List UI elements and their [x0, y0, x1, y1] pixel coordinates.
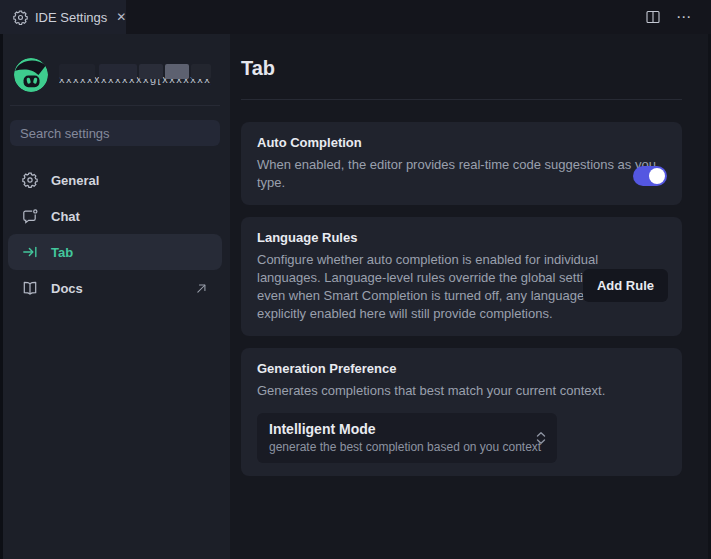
- select-value: Intelligent Mode: [269, 421, 527, 437]
- user-avatar: [14, 58, 48, 92]
- section-description: Generates completions that best match yo…: [257, 382, 666, 400]
- sidebar-item-label: Chat: [51, 209, 80, 224]
- language-rules-card: Language Rules Configure whether auto co…: [241, 217, 682, 336]
- close-tab-icon[interactable]: ✕: [116, 9, 126, 25]
- redaction-box: [99, 64, 137, 79]
- sidebar-item-label: Tab: [51, 245, 73, 260]
- section-description: Configure whether auto completion is ena…: [257, 251, 609, 323]
- chat-icon: [22, 208, 38, 224]
- redaction-box: [191, 64, 211, 79]
- split-editor-icon[interactable]: [645, 9, 661, 25]
- redaction-box: [165, 64, 189, 79]
- sidebar-item-tab[interactable]: Tab: [8, 234, 222, 270]
- external-link-icon: [195, 282, 208, 295]
- ide-settings-window: IDE Settings ✕ ⋯: [0, 0, 711, 559]
- section-title: Generation Preference: [257, 361, 666, 376]
- redaction-box: [59, 64, 95, 79]
- sidebar-item-chat[interactable]: Chat: [8, 198, 222, 234]
- add-rule-button[interactable]: Add Rule: [583, 269, 668, 302]
- user-account-row[interactable]: xxxxxxxxxxxxxg[xxxxxxx]: [0, 58, 230, 92]
- book-icon: [22, 280, 38, 296]
- settings-nav: General Chat: [0, 162, 230, 306]
- gear-icon: [13, 10, 28, 25]
- select-value-description: generate the best completion based on yo…: [269, 440, 527, 454]
- more-actions-icon[interactable]: ⋯: [676, 0, 693, 34]
- sidebar-divider: [10, 105, 220, 106]
- tab-key-icon: [22, 244, 38, 260]
- title-divider: [241, 99, 682, 100]
- tab-bar-actions: ⋯: [645, 0, 693, 34]
- generation-mode-select[interactable]: Intelligent Mode generate the best compl…: [257, 413, 557, 463]
- generation-preference-card: Generation Preference Generates completi…: [241, 348, 682, 476]
- tab-title: IDE Settings: [35, 10, 107, 25]
- section-description: When enabled, the editor provides real-t…: [257, 156, 657, 192]
- search-settings-input[interactable]: [10, 120, 220, 146]
- toggle-knob: [649, 168, 665, 184]
- chevron-up-down-icon: [535, 430, 547, 446]
- page-title: Tab: [241, 57, 682, 80]
- sidebar-item-label: General: [51, 173, 99, 188]
- sidebar-item-label: Docs: [51, 281, 83, 296]
- section-title: Auto Completion: [257, 135, 666, 150]
- sidebar-item-general[interactable]: General: [8, 162, 222, 198]
- auto-completion-card: Auto Completion When enabled, the editor…: [241, 122, 682, 205]
- settings-content: Tab Auto Completion When enabled, the ed…: [230, 34, 711, 559]
- user-name-redacted: xxxxxxxxxxxxxg[xxxxxxx]: [59, 64, 211, 86]
- settings-sidebar: xxxxxxxxxxxxxg[xxxxxxx]: [0, 34, 230, 559]
- editor-tab-bar: IDE Settings ✕ ⋯: [0, 0, 711, 34]
- tab-ide-settings[interactable]: IDE Settings ✕: [0, 0, 126, 34]
- window-left-edge: [0, 34, 3, 559]
- gear-icon: [22, 172, 38, 188]
- sidebar-item-docs[interactable]: Docs: [8, 270, 222, 306]
- section-title: Language Rules: [257, 230, 666, 245]
- auto-completion-toggle[interactable]: [633, 166, 667, 186]
- redaction-box: [139, 64, 163, 79]
